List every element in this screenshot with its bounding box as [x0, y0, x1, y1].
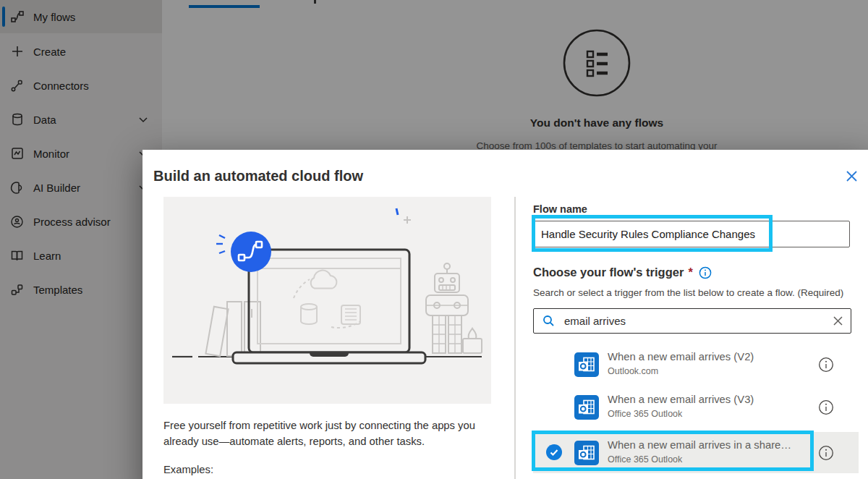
dialog-description: Free yourself from repetitive work just … — [163, 418, 488, 449]
power-automate-screen: My flows Create Connectors Data — [0, 0, 868, 479]
column-divider — [514, 197, 516, 479]
info-icon[interactable] — [699, 266, 712, 279]
close-icon[interactable] — [841, 166, 861, 186]
trigger-title: When a new email arrives (V3) — [608, 394, 825, 405]
trigger-service: Outlook.com — [608, 366, 658, 376]
automation-illustration — [163, 197, 491, 404]
required-asterisk: * — [688, 266, 692, 279]
office365-outlook-icon — [574, 441, 599, 465]
trigger-title: When a new email arrives in a share… — [608, 439, 825, 451]
office365-outlook-icon — [574, 395, 599, 420]
selected-check-icon — [546, 444, 562, 460]
trigger-section-heading: Choose your flow's trigger * — [533, 266, 712, 279]
flow-name-input[interactable] — [533, 221, 850, 247]
trigger-title: When a new email arrives (V2) — [608, 351, 825, 363]
dialog-title: Build an automated cloud flow — [153, 168, 363, 185]
trigger-label: Choose your flow's trigger — [533, 266, 684, 279]
info-icon[interactable] — [818, 399, 834, 415]
clear-search-icon[interactable] — [833, 315, 843, 326]
trigger-search-box — [533, 308, 851, 334]
trigger-help-text: Search or select a trigger from the list… — [533, 287, 843, 298]
flow-name-label: Flow name — [533, 203, 587, 215]
info-icon[interactable] — [818, 445, 834, 461]
trigger-service: Office 365 Outlook — [608, 409, 682, 419]
trigger-option-email-v3[interactable]: When a new email arrives (V3) Office 365… — [533, 386, 859, 429]
search-input[interactable] — [564, 310, 817, 331]
examples-label: Examples: — [163, 464, 213, 475]
trigger-option-email-v2[interactable]: When a new email arrives (V2) Outlook.co… — [533, 344, 859, 386]
trigger-option-email-shared-mailbox[interactable]: When a new email arrives in a share… Off… — [533, 432, 859, 473]
trigger-service: Office 365 Outlook — [608, 454, 682, 465]
search-icon — [542, 315, 555, 327]
info-icon[interactable] — [818, 357, 834, 373]
outlook-com-icon — [574, 352, 599, 377]
build-automated-flow-dialog: Build an automated cloud flow — [142, 150, 868, 479]
